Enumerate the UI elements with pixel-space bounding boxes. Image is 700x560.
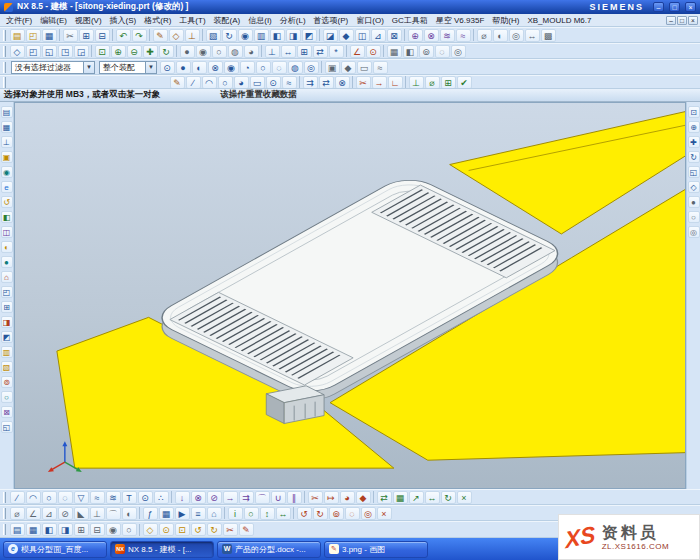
reuse-library-icon[interactable]: ▣ bbox=[1, 151, 13, 163]
exploded-view-icon[interactable]: * bbox=[329, 45, 344, 58]
measure-distance-icon[interactable]: ⌀ bbox=[477, 29, 492, 42]
layer-category-icon[interactable]: ▤ bbox=[10, 523, 25, 536]
intersection-icon[interactable]: ⊗ bbox=[208, 61, 223, 74]
highlight-selection-icon[interactable]: ◆ bbox=[341, 61, 356, 74]
selection-filter-icon[interactable]: ◧ bbox=[42, 523, 57, 536]
zoom-in-icon[interactable]: ⊕ bbox=[111, 45, 126, 58]
chevron-down-icon[interactable]: ▼ bbox=[83, 62, 94, 73]
spline-icon[interactable]: ≈ bbox=[90, 491, 105, 504]
extrude-icon[interactable]: ▧ bbox=[206, 29, 221, 42]
point-icon[interactable]: ⊙ bbox=[138, 491, 153, 504]
menu-item-7[interactable]: 信息(I) bbox=[244, 15, 276, 26]
mdi-restore-button[interactable]: □ bbox=[677, 16, 687, 25]
information-icon[interactable]: i bbox=[228, 507, 243, 520]
patch-icon[interactable]: ⊗ bbox=[424, 29, 439, 42]
system-materials-icon[interactable]: ◧ bbox=[1, 211, 13, 223]
toolbar-grip[interactable] bbox=[3, 77, 6, 88]
graphics-window[interactable] bbox=[14, 102, 686, 489]
menu-item-11[interactable]: GC工具箱 bbox=[388, 15, 432, 26]
toolbar-grip[interactable] bbox=[3, 492, 6, 503]
point-on-curve-icon[interactable]: ◌ bbox=[272, 61, 287, 74]
scale-icon[interactable]: ↗ bbox=[409, 491, 424, 504]
grid-icon[interactable]: ▦ bbox=[387, 45, 402, 58]
process-studio-icon[interactable]: ◫ bbox=[1, 226, 13, 238]
ellipse-icon[interactable]: ◌ bbox=[58, 491, 73, 504]
front-view-icon[interactable]: ◱ bbox=[688, 166, 700, 178]
finish-sketch-icon[interactable]: ✔ bbox=[457, 76, 472, 89]
assembly-constraints-icon[interactable]: ⊥ bbox=[265, 45, 280, 58]
toolbar-grip[interactable] bbox=[3, 30, 6, 41]
mdi-minimize-button[interactable]: – bbox=[666, 16, 676, 25]
grid-snap-icon[interactable]: ⊞ bbox=[74, 523, 89, 536]
workpiece-icon[interactable]: ◰ bbox=[1, 286, 13, 298]
fillet-curve-icon[interactable]: ◕ bbox=[340, 491, 355, 504]
mirror-icon[interactable]: ⇄ bbox=[377, 491, 392, 504]
line-icon[interactable]: ∕ bbox=[10, 491, 25, 504]
through-curves-icon[interactable]: ≋ bbox=[440, 29, 455, 42]
shaded-edges-icon[interactable]: ◉ bbox=[196, 45, 211, 58]
orient-right-icon[interactable]: ◳ bbox=[58, 45, 73, 58]
pattern-feature-icon[interactable]: ▥ bbox=[254, 29, 269, 42]
menu-item-13[interactable]: 帮助(H) bbox=[488, 15, 523, 26]
wcs-dynamics-icon[interactable]: ∠ bbox=[350, 45, 365, 58]
quick-trim-icon[interactable]: ✂ bbox=[356, 76, 371, 89]
intersection-curve-icon[interactable]: ⊗ bbox=[191, 491, 206, 504]
view-undo-icon[interactable]: ↺ bbox=[191, 523, 206, 536]
zoom-view-icon[interactable]: ⊕ bbox=[688, 121, 700, 133]
class-selection-icon[interactable]: ⊚ bbox=[419, 45, 434, 58]
play-macro-icon[interactable]: ▶ bbox=[175, 507, 190, 520]
minimize-button[interactable]: – bbox=[653, 2, 664, 12]
snap-point-icon[interactable]: ⊙ bbox=[160, 61, 175, 74]
copy-icon[interactable]: ⊞ bbox=[79, 29, 94, 42]
orient-back-icon[interactable]: ◲ bbox=[74, 45, 89, 58]
iso-view-icon[interactable]: ◇ bbox=[688, 181, 700, 193]
arc-icon[interactable]: ◠ bbox=[202, 76, 217, 89]
move-component-icon[interactable]: ↔ bbox=[281, 45, 296, 58]
gate-runner-icon[interactable]: ⊚ bbox=[1, 376, 13, 388]
sketch-tool-icon[interactable]: ✎ bbox=[239, 523, 254, 536]
toolbar-grip[interactable] bbox=[3, 524, 6, 535]
measure-body-icon[interactable]: ⊿ bbox=[42, 507, 57, 520]
web-browser-icon[interactable]: e bbox=[1, 181, 13, 193]
regenerate-icon[interactable]: ⊚ bbox=[329, 507, 344, 520]
make-corner-icon[interactable]: ∟ bbox=[388, 76, 403, 89]
tangent-point-icon[interactable]: ◎ bbox=[304, 61, 319, 74]
menu-item-0[interactable]: 文件(F) bbox=[2, 15, 36, 26]
profile-icon[interactable]: ✎ bbox=[170, 76, 185, 89]
point-tool-icon[interactable]: ⊙ bbox=[159, 523, 174, 536]
menu-item-1[interactable]: 编辑(E) bbox=[36, 15, 71, 26]
helix-icon[interactable]: ≋ bbox=[106, 491, 121, 504]
taskbar-button-nx[interactable]: NXNX 8.5 - 建模 - [... bbox=[110, 541, 214, 558]
snapshot-icon[interactable]: ◎ bbox=[688, 226, 700, 238]
mirror-curve-icon[interactable]: ⇄ bbox=[319, 76, 334, 89]
arc-icon[interactable]: ◠ bbox=[26, 491, 41, 504]
add-component-icon[interactable]: ⊞ bbox=[297, 45, 312, 58]
measure-distance-icon[interactable]: ⌀ bbox=[10, 507, 25, 520]
point-icon[interactable]: ⊙ bbox=[266, 76, 281, 89]
revolve-icon[interactable]: ↻ bbox=[222, 29, 237, 42]
toolbar-grip[interactable] bbox=[3, 508, 6, 519]
menu-item-6[interactable]: 装配(A) bbox=[210, 15, 245, 26]
toolbar-grip[interactable] bbox=[3, 46, 6, 57]
fillet-icon[interactable]: ◕ bbox=[234, 76, 249, 89]
trim-tool-icon[interactable]: ✂ bbox=[223, 523, 238, 536]
point-on-face-icon[interactable]: ◍ bbox=[288, 61, 303, 74]
offset-curve-icon[interactable]: ⇉ bbox=[239, 491, 254, 504]
distance-gauge-icon[interactable]: ↔ bbox=[276, 507, 291, 520]
intersection-point-icon[interactable]: ⊗ bbox=[335, 76, 350, 89]
save-icon[interactable]: ▦ bbox=[42, 29, 57, 42]
wcs-origin-icon[interactable]: ⊙ bbox=[366, 45, 381, 58]
dimensions-icon[interactable]: ⌀ bbox=[425, 76, 440, 89]
fit-all-icon[interactable]: ⊡ bbox=[175, 523, 190, 536]
center-mark-icon[interactable]: ◉ bbox=[106, 523, 121, 536]
shaded-view-icon[interactable]: ● bbox=[688, 196, 700, 208]
orient-top-icon[interactable]: ◰ bbox=[26, 45, 41, 58]
close-window-icon[interactable]: × bbox=[377, 507, 392, 520]
chamfer-curve-icon[interactable]: ◆ bbox=[356, 491, 371, 504]
wireframe-view-icon[interactable]: ○ bbox=[688, 211, 700, 223]
selection-filter-dropdown[interactable]: 没有选择过滤器 ▼ bbox=[11, 61, 95, 74]
studio-spline-icon[interactable]: ≈ bbox=[282, 76, 297, 89]
refresh-icon[interactable]: ↺ bbox=[297, 507, 312, 520]
line-icon[interactable]: ∕ bbox=[186, 76, 201, 89]
ruled-surface-icon[interactable]: ≈ bbox=[456, 29, 471, 42]
